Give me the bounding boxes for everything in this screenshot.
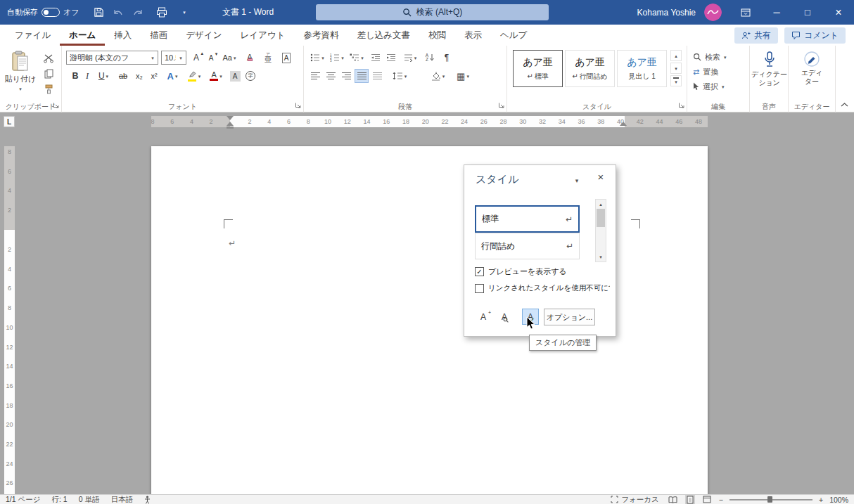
styles-pane-close-button[interactable]: × bbox=[594, 171, 608, 183]
highlight-color-button[interactable]: ▾ bbox=[184, 69, 204, 83]
style-inspector-button[interactable]: A bbox=[496, 309, 513, 325]
new-style-button[interactable]: A+ bbox=[475, 309, 492, 325]
tab-home[interactable]: ホーム bbox=[60, 25, 105, 46]
style-item-heading1[interactable]: あア亜 見出し 1 bbox=[617, 50, 667, 87]
paragraph-dialog-launcher[interactable] bbox=[498, 100, 504, 110]
numbering-button[interactable]: 123 ▾ bbox=[328, 51, 346, 65]
zoom-in-button[interactable]: + bbox=[819, 496, 823, 504]
styles-options-button[interactable]: オプション... bbox=[544, 309, 595, 325]
tab-references[interactable]: 参考資料 bbox=[294, 25, 348, 46]
tab-selector[interactable]: L bbox=[4, 116, 15, 127]
font-dialog-launcher[interactable] bbox=[295, 100, 301, 110]
increase-indent-button[interactable] bbox=[384, 51, 398, 65]
qat-customize-button[interactable]: ▾ bbox=[174, 0, 194, 25]
undo-button[interactable] bbox=[108, 0, 128, 25]
style-item-normal[interactable]: あア亜 ↵標準 bbox=[513, 50, 563, 87]
accessibility-icon[interactable] bbox=[144, 496, 151, 504]
borders-button[interactable]: ▦ ▾ bbox=[453, 69, 473, 83]
styles-pane-menu-button[interactable]: ▾ bbox=[571, 174, 582, 185]
find-button[interactable]: 検索 ▾ bbox=[693, 50, 745, 64]
italic-button[interactable]: I bbox=[82, 69, 93, 83]
style-gallery-up-button[interactable]: ▴ bbox=[670, 50, 682, 61]
style-gallery-down-button[interactable]: ▾ bbox=[670, 63, 682, 74]
print-layout-button[interactable] bbox=[685, 495, 695, 504]
avatar[interactable] bbox=[704, 4, 722, 21]
text-effects-button[interactable]: A ▾ bbox=[163, 69, 181, 83]
show-preview-row[interactable]: ✓ プレビューを表示する bbox=[475, 266, 610, 277]
styles-pane-item-no-spacing[interactable]: 行間詰め ↵ bbox=[475, 233, 580, 259]
word-count[interactable]: 0 単語 bbox=[79, 495, 100, 504]
v-ruler-text-area[interactable] bbox=[4, 230, 15, 494]
shading-button[interactable]: ▾ bbox=[428, 69, 447, 83]
language-indicator[interactable]: 日本語 bbox=[110, 495, 133, 504]
superscript-button[interactable]: x² bbox=[147, 69, 161, 83]
font-color-button[interactable]: A ▾ bbox=[207, 69, 225, 83]
clipboard-dialog-launcher[interactable] bbox=[53, 100, 59, 110]
styles-pane-item-normal[interactable]: 標準 ↵ bbox=[475, 205, 580, 233]
distribute-button[interactable] bbox=[370, 69, 384, 83]
search-box[interactable]: 検索 (Alt+Q) bbox=[316, 4, 549, 20]
h-ruler-right-margin[interactable] bbox=[625, 116, 708, 127]
bullets-button[interactable]: ▾ bbox=[308, 51, 326, 65]
share-button[interactable]: 共有 bbox=[734, 27, 778, 44]
tab-design[interactable]: デザイン bbox=[177, 25, 231, 46]
maximize-button[interactable]: □ bbox=[792, 0, 823, 25]
sort-button[interactable]: AZ bbox=[422, 51, 438, 65]
underline-button[interactable]: U ▾ bbox=[94, 69, 113, 83]
focus-mode-button[interactable]: フォーカス bbox=[609, 495, 660, 504]
strikethrough-button[interactable]: ab bbox=[115, 69, 131, 83]
zoom-slider[interactable] bbox=[729, 495, 812, 504]
style-item-no-spacing[interactable]: あア亜 ↵行間詰め bbox=[565, 50, 615, 87]
read-mode-button[interactable] bbox=[667, 495, 679, 504]
shrink-font-button[interactable]: A▾ bbox=[204, 51, 218, 65]
justify-button[interactable] bbox=[355, 69, 369, 83]
character-border-button[interactable]: A bbox=[279, 51, 294, 65]
autosave-switch[interactable] bbox=[42, 8, 60, 17]
select-button[interactable]: 選択 ▾ bbox=[693, 79, 745, 93]
first-line-indent-marker[interactable] bbox=[227, 116, 234, 120]
clear-formatting-button[interactable]: A bbox=[242, 51, 257, 65]
show-formatting-marks-button[interactable]: ¶ bbox=[440, 51, 453, 65]
asian-layout-button[interactable]: ▾ bbox=[401, 51, 419, 65]
multilevel-list-button[interactable]: ▾ bbox=[348, 51, 366, 65]
enclose-characters-button[interactable]: 字 bbox=[243, 69, 257, 83]
h-ruler-text-area[interactable] bbox=[230, 116, 625, 127]
left-indent-marker[interactable] bbox=[227, 127, 234, 129]
hanging-indent-marker[interactable] bbox=[227, 122, 234, 126]
ruby-button[interactable]: ア亜 bbox=[260, 49, 276, 66]
ribbon-display-options-button[interactable] bbox=[730, 0, 761, 25]
autosave-toggle[interactable]: 自動保存 オフ bbox=[7, 0, 79, 25]
show-preview-checkbox[interactable]: ✓ bbox=[475, 267, 484, 276]
right-indent-marker[interactable] bbox=[620, 122, 627, 126]
web-layout-button[interactable] bbox=[701, 495, 713, 504]
scrollbar-thumb[interactable] bbox=[597, 209, 605, 227]
paste-button[interactable]: 貼り付け ▾ bbox=[4, 49, 37, 103]
character-shading-button[interactable]: A bbox=[228, 69, 242, 83]
subscript-button[interactable]: x₂ bbox=[132, 69, 146, 83]
tab-layout[interactable]: レイアウト bbox=[231, 25, 294, 46]
styles-dialog-launcher[interactable] bbox=[678, 100, 684, 110]
align-right-button[interactable] bbox=[339, 69, 353, 83]
print-button[interactable] bbox=[152, 0, 172, 25]
line-spacing-button[interactable]: ▾ bbox=[390, 69, 409, 83]
tab-insert[interactable]: 挿入 bbox=[105, 25, 141, 46]
zoom-slider-thumb[interactable] bbox=[767, 496, 772, 503]
tab-review[interactable]: 校閲 bbox=[419, 25, 455, 46]
close-button[interactable]: × bbox=[823, 0, 854, 25]
h-ruler-left-margin[interactable] bbox=[151, 116, 230, 127]
collapse-ribbon-button[interactable] bbox=[841, 98, 848, 109]
copy-button[interactable] bbox=[41, 67, 56, 81]
scroll-down-button[interactable]: ▾ bbox=[596, 252, 606, 261]
replace-button[interactable]: ⇄ 置換 bbox=[693, 65, 745, 79]
disable-linked-row[interactable]: リンクされたスタイルを使用不可にす bbox=[475, 283, 610, 293]
page-indicator[interactable]: 1/1 ページ bbox=[6, 495, 41, 504]
editor-button[interactable]: エディター bbox=[794, 51, 829, 86]
line-indicator[interactable]: 行: 1 bbox=[52, 495, 68, 504]
tab-draw[interactable]: 描画 bbox=[141, 25, 177, 46]
cut-button[interactable] bbox=[41, 51, 56, 65]
tab-help[interactable]: ヘルプ bbox=[491, 25, 536, 46]
font-size-combobox[interactable]: 10.5 ▾ bbox=[161, 51, 186, 65]
minimize-button[interactable]: ─ bbox=[761, 0, 792, 25]
disable-linked-checkbox[interactable] bbox=[475, 284, 484, 293]
redo-button[interactable] bbox=[128, 0, 148, 25]
